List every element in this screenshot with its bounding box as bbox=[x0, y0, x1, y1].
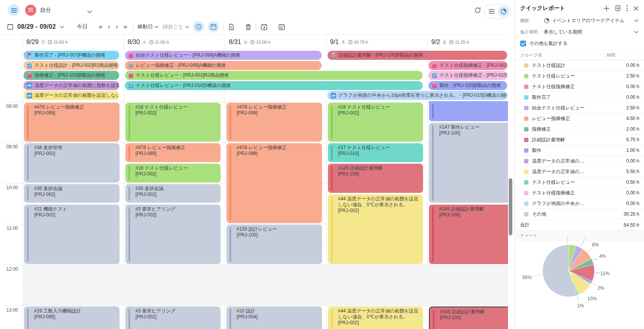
move-schedule-button[interactable] bbox=[261, 24, 267, 30]
calendar-event[interactable]: #19 工数入力機能設計[PRJ-095] bbox=[24, 307, 120, 329]
calendar-event[interactable]: #147 製作レビュー[PRJ-100] bbox=[429, 123, 508, 203]
close-panel-button[interactable] bbox=[633, 6, 638, 11]
report-row[interactable]: テスト仕様レビュー 0.50 h bbox=[515, 177, 644, 188]
allday-event[interactable]: テスト仕様レビュー - [PRJ-010]S機器の開発 bbox=[125, 81, 423, 90]
allday-event[interactable]: テスト仕様設計 - [PRJ-002]R2商品開発 bbox=[24, 61, 119, 70]
add-report-button[interactable] bbox=[604, 6, 609, 11]
day-header-8/30[interactable]: 8/30 火 11.00 h bbox=[124, 35, 225, 50]
refresh-button[interactable] bbox=[474, 7, 481, 15]
date-range-chevron-icon[interactable] bbox=[60, 26, 64, 28]
allday-event-label: テスト仕様指摘修正 - [PRJ-002]R2商品開発 bbox=[440, 62, 507, 69]
group-color-swatch bbox=[524, 95, 528, 100]
calendar-event[interactable]: #18 テスト仕様レビュー[PRJ-002] bbox=[125, 164, 221, 183]
calendar-grid[interactable]: 8/29 月 11.50 h8/30 火 11.00 h8/31 水 10.00… bbox=[0, 35, 508, 329]
clock-icon bbox=[449, 40, 454, 44]
calendar-event[interactable]: #145 詳細設計書理解[PRJ-100] bbox=[429, 307, 508, 329]
allday-event[interactable]: 詳細設計書理解 - [PRJ-100]B製品の開発 bbox=[328, 51, 508, 60]
allday-event[interactable]: 製作 - [PRJ-100]B製品の開発 bbox=[429, 81, 507, 90]
calendar-event[interactable]: #135 設計レビュー[PRJ-100] bbox=[226, 225, 322, 264]
day-header-9/1[interactable]: 9/1 木 10.75 h bbox=[326, 35, 428, 50]
calendar-event[interactable]: #44 温度データの正常値の範囲を設定しない場合、0℃が表示される。[PRJ-0… bbox=[328, 307, 423, 329]
calendar-event[interactable] bbox=[429, 101, 508, 122]
next-week-button[interactable]: » bbox=[123, 23, 128, 31]
user-selector[interactable]: 岡 自分 bbox=[25, 5, 51, 16]
halfhour-gridline bbox=[22, 285, 508, 286]
report-row[interactable]: レビュー指摘修正 4.50 h bbox=[515, 113, 644, 124]
report-row[interactable]: 指摘修正 2.00 h bbox=[515, 124, 644, 135]
allday-event[interactable]: 指摘修正 - [PRJ-100]B製品の開発 bbox=[24, 71, 119, 80]
report-row[interactable]: テスト仕様レビュー 2.50 h bbox=[515, 71, 644, 81]
list-view-button[interactable] bbox=[486, 6, 497, 17]
calendar-event[interactable]: #145 詳細設計書理解[PRJ-100] bbox=[328, 164, 423, 193]
calendar-event[interactable]: #17 テスト仕様レビュー[PRJ-010] bbox=[328, 143, 423, 162]
calendar-event[interactable]: #145 詳細設計書理解[PRJ-100] bbox=[429, 205, 508, 264]
type-select[interactable]: イベントエリアのワークアイテム bbox=[544, 17, 638, 24]
calendar-event[interactable]: #36 進捗管理[PRJ-002] bbox=[24, 143, 120, 183]
calendar-event[interactable]: #21 機能テスト[PRJ-002] bbox=[24, 205, 120, 264]
hamburger-menu-button[interactable] bbox=[8, 4, 20, 16]
interval-dropdown[interactable]: 15分ごと bbox=[162, 23, 189, 30]
event-project: [PRJ-004] bbox=[237, 314, 320, 320]
next-day-button[interactable]: › bbox=[115, 23, 119, 31]
calendar-event[interactable]: #35 進捗会議[PRJ-002] bbox=[24, 184, 120, 203]
allday-event[interactable]: テスト仕様指摘修正 - [PRJ-002]R2商品開発 bbox=[429, 61, 507, 70]
report-row[interactable]: 製作完了 0.00 h bbox=[515, 92, 644, 103]
today-button[interactable]: 今日 bbox=[77, 23, 88, 30]
prev-day-button[interactable]: ‹ bbox=[107, 23, 111, 31]
period-select[interactable]: 表示している期間 bbox=[544, 29, 638, 35]
calendar-scrollbar[interactable] bbox=[509, 178, 512, 235]
report-row[interactable]: 製作 1.00 h bbox=[515, 145, 644, 156]
calendar-event[interactable]: #478 レビュー指摘修正[PRJ-099] bbox=[226, 103, 322, 142]
calendar-event[interactable]: #35 進捗会議[PRJ-002] bbox=[125, 184, 221, 203]
export-report-button[interactable] bbox=[615, 5, 621, 11]
workday-dropdown[interactable]: 稼動日 bbox=[138, 23, 158, 30]
allday-event[interactable]: レビュー指摘修正 - [PRJ-099]A機能の開発 bbox=[125, 61, 322, 70]
user-dropdown-chevron-icon[interactable] bbox=[87, 8, 92, 15]
group-column-header[interactable]: グループ名 bbox=[520, 52, 603, 58]
report-row[interactable]: 詳細設計書理解 5.75 h bbox=[515, 135, 644, 145]
panel-menu-button[interactable] bbox=[626, 5, 628, 11]
calendar-event[interactable]: #478 レビュー指摘修正[PRJ-099] bbox=[125, 143, 221, 162]
calendar-event[interactable]: #18 テスト仕様レビュー[PRJ-002] bbox=[328, 103, 423, 142]
others-checkbox[interactable] bbox=[520, 41, 526, 46]
allday-event-label: テスト仕様指摘修正 - [PRJ-010]S機器の開発 bbox=[440, 72, 507, 79]
report-row[interactable]: 結合テスト仕様レビュー 2.50 h bbox=[515, 103, 644, 113]
month-calendar-button[interactable] bbox=[278, 24, 285, 30]
calendar-event[interactable]: #44 温度データの正常値の範囲を設定しない場合、0℃が表示される。[PRJ-0… bbox=[328, 194, 423, 264]
day-header-8/29[interactable]: 8/29 月 11.50 h bbox=[22, 35, 124, 50]
calendar-event[interactable]: #18 テスト仕様レビュー[PRJ-002] bbox=[125, 103, 221, 142]
report-document-button[interactable] bbox=[228, 24, 234, 30]
report-row[interactable]: グラフが画面の中央か… 0.00 h bbox=[515, 198, 644, 209]
calendar-event[interactable]: #10 設計[PRJ-004] bbox=[226, 307, 322, 329]
delete-button[interactable] bbox=[245, 24, 251, 30]
report-row[interactable]: 温度データの正常値の… 0.00 h bbox=[515, 156, 644, 166]
report-row[interactable]: テスト仕様指摘修正 0.00 h bbox=[515, 81, 644, 92]
time-column-header[interactable]: 時間 bbox=[603, 52, 639, 58]
calendar-event[interactable]: #478 レビュー指摘修正[PRJ-099] bbox=[24, 103, 120, 142]
allday-event[interactable]: 温度データの正常値の範囲を設定しない… bbox=[24, 91, 119, 100]
allday-event[interactable]: テスト仕様レビュー - [PRJ-002]R2商品開発 bbox=[125, 71, 423, 80]
others-checkbox-label[interactable]: その他も集計する bbox=[529, 40, 567, 47]
day-header-8/31[interactable]: 8/31 水 10.00 h bbox=[225, 35, 326, 50]
date-range[interactable]: 08/29 - 09/02 bbox=[17, 23, 56, 30]
report-row[interactable]: テスト仕様指摘修正 0.00 h bbox=[515, 188, 644, 198]
period-label: 集計期間: bbox=[520, 29, 541, 35]
report-row[interactable]: 温度データの正常値の… 5.50 h bbox=[515, 166, 644, 177]
day-header-9/2[interactable]: 9/2 金 11.25 h bbox=[427, 35, 508, 50]
allday-event[interactable]: 温度データの正常値の範囲に負数を設定… bbox=[24, 81, 119, 90]
chart-view-button[interactable] bbox=[498, 6, 509, 17]
calendar-view-toggle-button[interactable] bbox=[208, 21, 219, 32]
allday-event[interactable]: 結合テスト仕様レビュー - [PRJ-099]A機能の開発 bbox=[125, 51, 322, 60]
allday-event[interactable]: グラフが画面の中央から10px程度右寄りに表示される。 - [PRJ-010]S… bbox=[328, 91, 508, 100]
group-hours: 0.00 h bbox=[626, 84, 639, 89]
prev-week-button[interactable]: « bbox=[98, 23, 103, 31]
calendar-event[interactable]: #3 要求ヒアリング[PRJ-002] bbox=[125, 307, 221, 329]
group-color-swatch bbox=[524, 116, 528, 121]
report-row[interactable]: テスト仕様設計 0.00 h bbox=[515, 60, 644, 71]
allday-event[interactable]: テスト仕様指摘修正 - [PRJ-010]S機器の開発 bbox=[429, 71, 507, 80]
calendar-event[interactable]: #478 レビュー指摘修正[PRJ-099] bbox=[226, 143, 322, 223]
report-row[interactable]: その他 30.25 h bbox=[515, 209, 644, 220]
calendar-event[interactable]: #3 要求ヒアリング[PRJ-002] bbox=[125, 205, 221, 264]
time-view-toggle-button[interactable] bbox=[193, 21, 204, 32]
allday-event[interactable]: 製作完了 - [PRJ-007]P機器の開発 bbox=[24, 51, 119, 60]
